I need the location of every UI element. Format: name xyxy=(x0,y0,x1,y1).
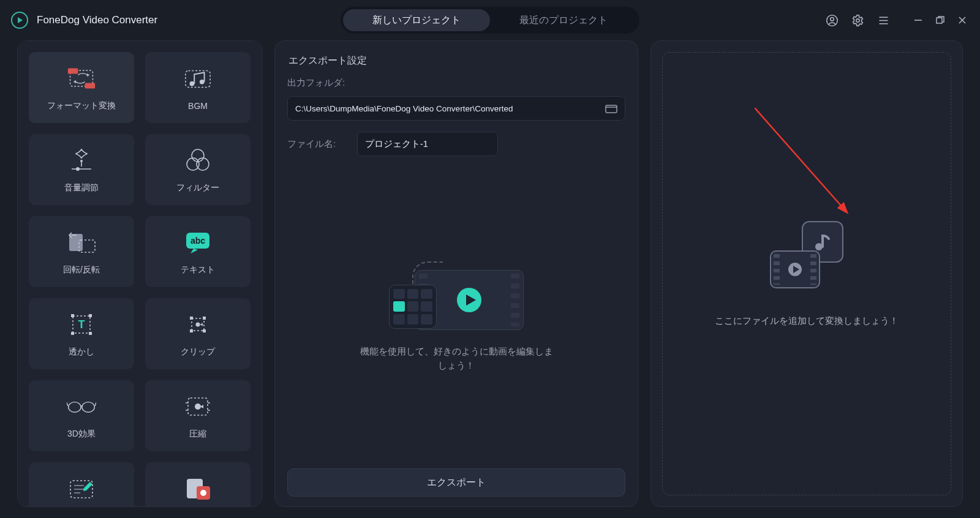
svg-point-2 xyxy=(856,18,859,21)
svg-point-45 xyxy=(195,404,201,410)
tool-crop[interactable]: クリップ xyxy=(145,298,251,369)
minimize-button[interactable] xyxy=(911,13,925,27)
center-hint: 機能を使用して、好きのように動画を編集しましょう！ xyxy=(358,345,554,373)
titlebar-right xyxy=(823,12,969,29)
file-name-row: ファイル名: xyxy=(287,132,625,156)
svg-point-18 xyxy=(80,160,83,162)
svg-rect-54 xyxy=(606,105,617,113)
tool-label: BGM xyxy=(188,101,208,111)
svg-marker-13 xyxy=(87,73,89,77)
svg-point-43 xyxy=(82,402,94,413)
tool-label: 音量調節 xyxy=(64,182,99,193)
export-button[interactable]: エクスポート xyxy=(287,468,625,497)
svg-point-17 xyxy=(200,80,205,84)
tool-id3[interactable]: ID3 xyxy=(29,462,134,507)
menu-icon[interactable] xyxy=(875,12,892,29)
tool-label: 回転/反転 xyxy=(63,265,100,276)
tool-compress[interactable]: 圧縮 xyxy=(145,380,251,451)
tool-label: 透かし xyxy=(69,347,94,358)
svg-rect-37 xyxy=(203,317,206,320)
convert-icon xyxy=(67,64,96,93)
output-folder-row: 出力フォルダ: xyxy=(287,77,625,89)
svg-rect-30 xyxy=(71,314,74,317)
tab-recent-project[interactable]: 最近のプロジェクト xyxy=(490,9,637,31)
maximize-button[interactable] xyxy=(933,13,947,27)
settings-icon[interactable] xyxy=(849,12,866,29)
tool-format-convert[interactable]: フォーマット変換 xyxy=(29,52,134,123)
volume-icon xyxy=(67,146,96,175)
account-icon[interactable] xyxy=(823,12,840,29)
rotate-icon xyxy=(67,228,96,257)
center-empty-state: 機能を使用して、好きのように動画を編集しましょう！ xyxy=(287,167,625,468)
svg-rect-7 xyxy=(937,18,942,23)
output-folder-input-row: C:\Users\DumpMedia\FoneDog Video Convert… xyxy=(287,96,625,121)
tool-rotate[interactable]: 回転/反転 xyxy=(29,216,134,287)
output-folder-field[interactable]: C:\Users\DumpMedia\FoneDog Video Convert… xyxy=(287,96,625,121)
tool-text[interactable]: abc テキスト xyxy=(145,216,251,287)
svg-rect-31 xyxy=(89,314,92,317)
close-button[interactable] xyxy=(956,13,969,27)
svg-marker-41 xyxy=(200,323,203,326)
tool-label: 圧縮 xyxy=(189,429,206,440)
tools-sidebar: フォーマット変換 BGM 音量調節 フィルター xyxy=(17,40,262,507)
window-controls xyxy=(911,13,969,27)
glasses-icon xyxy=(67,392,96,421)
svg-rect-36 xyxy=(190,317,193,320)
tab-new-project[interactable]: 新しいプロジェクト xyxy=(343,9,490,31)
dropzone-panel: ここにファイルを追加して変換しましょう！ xyxy=(650,40,963,507)
id3-icon xyxy=(67,475,96,504)
svg-rect-32 xyxy=(71,332,74,335)
annotation-arrow-icon xyxy=(755,108,865,230)
file-name-label: ファイル名: xyxy=(287,138,349,150)
tool-label: フォーマット変換 xyxy=(47,100,116,111)
watermark-icon: T xyxy=(67,310,96,339)
crop-icon xyxy=(183,310,213,339)
project-tabs: 新しいプロジェクト 最近のプロジェクト xyxy=(341,7,639,34)
dropzone-hint: ここにファイルを追加して変換しましょう！ xyxy=(715,315,899,327)
tool-label: フィルター xyxy=(176,182,219,193)
svg-point-16 xyxy=(190,81,195,86)
export-panel: エクスポート設定 出力フォルダ: C:\Users\DumpMedia\Fone… xyxy=(274,40,638,507)
tool-label: クリップ xyxy=(181,347,215,358)
file-name-input[interactable] xyxy=(357,132,498,156)
svg-text:abc: abc xyxy=(190,236,205,246)
export-title: エクスポート設定 xyxy=(288,54,625,67)
tool-3d[interactable]: 3D効果 xyxy=(29,380,134,451)
output-folder-path: C:\Users\DumpMedia\FoneDog Video Convert… xyxy=(295,104,599,113)
svg-rect-38 xyxy=(190,329,193,332)
svg-line-57 xyxy=(755,108,846,212)
tool-volume[interactable]: 音量調節 xyxy=(29,134,134,205)
svg-point-40 xyxy=(196,323,200,327)
svg-text:T: T xyxy=(78,318,85,331)
screenshot-icon xyxy=(183,474,213,503)
editor-illustration-icon xyxy=(389,263,524,330)
svg-marker-46 xyxy=(200,405,203,408)
text-icon: abc xyxy=(183,228,213,257)
file-dropzone[interactable]: ここにファイルを追加して変換しましょう！ xyxy=(662,52,951,495)
app-logo-icon xyxy=(11,12,28,29)
svg-rect-39 xyxy=(203,329,206,332)
media-files-icon xyxy=(770,221,843,288)
tool-bgm[interactable]: BGM xyxy=(145,52,251,123)
tool-screenshot[interactable]: スクリーンショット xyxy=(145,462,251,507)
svg-point-53 xyxy=(200,490,206,496)
svg-point-42 xyxy=(69,402,81,413)
output-folder-label: 出力フォルダ: xyxy=(287,77,349,89)
svg-point-1 xyxy=(830,17,834,21)
svg-rect-33 xyxy=(89,332,92,335)
app-title: FoneDog Video Converter xyxy=(37,14,157,26)
tool-label: テキスト xyxy=(181,265,215,276)
compress-icon xyxy=(183,392,213,421)
svg-marker-14 xyxy=(74,80,76,84)
tool-label: 3D効果 xyxy=(67,429,96,440)
tool-watermark[interactable]: T 透かし xyxy=(29,298,134,369)
titlebar: FoneDog Video Converter 新しいプロジェクト 最近のプロジ… xyxy=(0,0,980,40)
svg-rect-12 xyxy=(85,83,96,88)
svg-point-21 xyxy=(76,167,80,171)
browse-folder-icon[interactable] xyxy=(605,103,617,113)
tool-filter[interactable]: フィルター xyxy=(145,134,251,205)
content: フォーマット変換 BGM 音量調節 フィルター xyxy=(0,40,980,518)
bgm-icon xyxy=(183,64,213,94)
svg-rect-11 xyxy=(68,68,78,73)
filter-icon xyxy=(183,146,213,175)
